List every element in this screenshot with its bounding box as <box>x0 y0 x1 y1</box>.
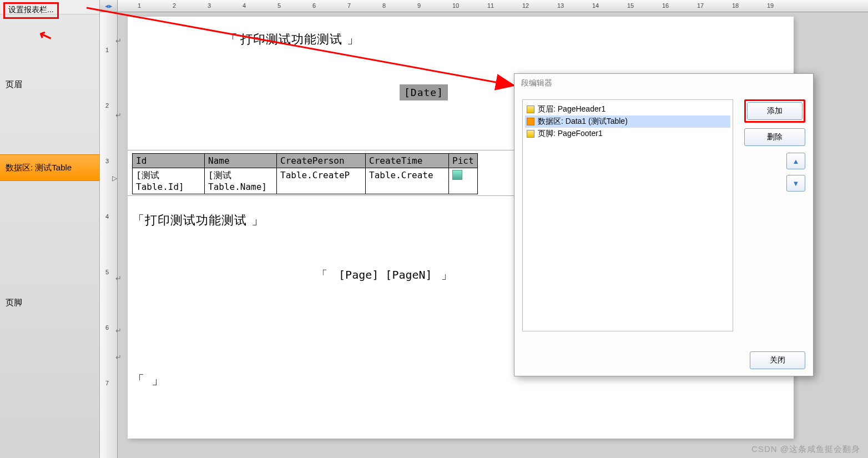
page-number-placeholder[interactable]: [Page] [PageN] <box>316 268 455 283</box>
ruler-tick: 1 <box>138 2 141 9</box>
table-header[interactable]: Pict <box>449 154 478 168</box>
ruler-tick: 7 <box>347 2 351 9</box>
set-report-bands-link[interactable]: 设置报表栏... <box>3 2 59 19</box>
ruler-tick: 16 <box>662 2 669 9</box>
ruler-tick: 11 <box>487 2 494 9</box>
ruler-tick: 7 <box>105 380 109 386</box>
move-up-button[interactable]: ▲ <box>786 153 805 169</box>
ruler-tick: 18 <box>732 2 739 9</box>
ruler-tick: 5 <box>105 269 109 275</box>
ruler-tick: 10 <box>452 2 459 9</box>
enter-icon: ↵ <box>115 111 122 119</box>
current-row-marker-icon: ▷ <box>112 174 117 182</box>
list-item-label: 数据区: Data1 (测试Table) <box>538 117 628 127</box>
vertical-ruler[interactable]: 1234567 <box>100 12 118 458</box>
enter-icon: ↵ <box>115 353 122 361</box>
band-type-icon <box>527 118 534 125</box>
ruler-tick: 3 <box>105 158 109 164</box>
ruler-tick: 4 <box>105 213 109 220</box>
table-cell[interactable]: Table.Create <box>366 168 449 194</box>
ruler-tick: 1 <box>105 47 109 53</box>
table-cell[interactable] <box>449 168 478 194</box>
ruler-tick: 5 <box>277 2 281 9</box>
ruler-tick: 15 <box>627 2 634 9</box>
add-button[interactable]: 添加 <box>747 102 803 120</box>
ruler-tick: 4 <box>243 2 246 9</box>
table-cell[interactable]: [测试Table.Name] <box>205 168 277 194</box>
ruler-tick: 19 <box>767 2 774 9</box>
ruler-tick: 8 <box>382 2 386 9</box>
list-item[interactable]: 数据区: Data1 (测试Table) <box>525 115 730 128</box>
table-cell[interactable]: [测试Table.Id] <box>133 168 205 194</box>
list-item-label: 页眉: PageHeader1 <box>538 104 605 114</box>
ruler-tick: 13 <box>557 2 564 9</box>
ruler-tick: 12 <box>522 2 529 9</box>
horizontal-ruler[interactable]: 12345678910111213141516171819 <box>118 0 868 12</box>
move-down-button[interactable]: ▼ <box>786 175 805 192</box>
table-header[interactable]: CreatePerson <box>277 154 366 168</box>
table-header[interactable]: Id <box>133 154 205 168</box>
table-cell[interactable]: Table.CreateP <box>277 168 366 194</box>
ruler-tick: 17 <box>697 2 704 9</box>
add-button-highlight: 添加 <box>744 99 805 123</box>
sidebar-top: 设置报表栏... <box>0 0 99 14</box>
band-editor-dialog: 段编辑器 页眉: PageHeader1数据区: Data1 (测试Table)… <box>514 73 814 376</box>
band-label-footer[interactable]: 页脚 <box>0 181 99 403</box>
band-type-icon <box>527 130 534 138</box>
footer-title-placeholder[interactable]: 打印测试功能测试 <box>132 212 264 229</box>
table-header[interactable]: CreateTime <box>366 154 449 168</box>
header-title-placeholder[interactable]: 打印测试功能测试 <box>222 30 363 49</box>
list-item[interactable]: 页眉: PageHeader1 <box>525 103 730 115</box>
ruler-split-icon: ◂▸ <box>105 2 113 10</box>
ruler-tick: 6 <box>312 2 316 9</box>
list-item[interactable]: 页脚: PageFooter1 <box>525 128 730 140</box>
enter-icon: ↵ <box>115 326 122 335</box>
watermark: CSDN @这条咸鱼挺会翻身 <box>751 444 860 455</box>
list-item-label: 页脚: PageFooter1 <box>538 129 603 139</box>
date-placeholder[interactable]: [Date] <box>400 84 448 100</box>
data-table[interactable]: IdNameCreatePersonCreateTimePict [测试Tabl… <box>132 153 478 194</box>
close-button[interactable]: 关闭 <box>750 351 805 369</box>
band-label-data[interactable]: 数据区: 测试Table <box>0 154 99 181</box>
bands-list[interactable]: 页眉: PageHeader1数据区: Data1 (测试Table)页脚: P… <box>522 99 733 331</box>
empty-bracket-placeholder[interactable]: 「 」 <box>132 372 164 389</box>
delete-button[interactable]: 删除 <box>744 128 805 146</box>
bands-sidebar: 设置报表栏... ↖ 页眉 数据区: 测试Table 页脚 <box>0 0 100 458</box>
table-header[interactable]: Name <box>205 154 277 168</box>
ruler-tick: 2 <box>173 2 176 9</box>
enter-icon: ↵ <box>115 274 122 283</box>
ruler-tick: 2 <box>105 102 109 109</box>
picture-icon <box>452 170 462 180</box>
arrow-up-icon: ▲ <box>793 157 800 165</box>
band-type-icon <box>527 105 534 113</box>
ruler-tick: 14 <box>592 2 599 9</box>
ruler-tick: 9 <box>417 2 421 9</box>
ruler-corner-handle[interactable]: ◂▸ <box>100 0 118 12</box>
ruler-tick: 6 <box>105 324 109 331</box>
arrow-down-icon: ▼ <box>793 179 800 188</box>
dialog-title: 段编辑器 <box>514 74 813 93</box>
enter-icon: ↵ <box>115 37 122 45</box>
ruler-tick: 3 <box>208 2 211 9</box>
